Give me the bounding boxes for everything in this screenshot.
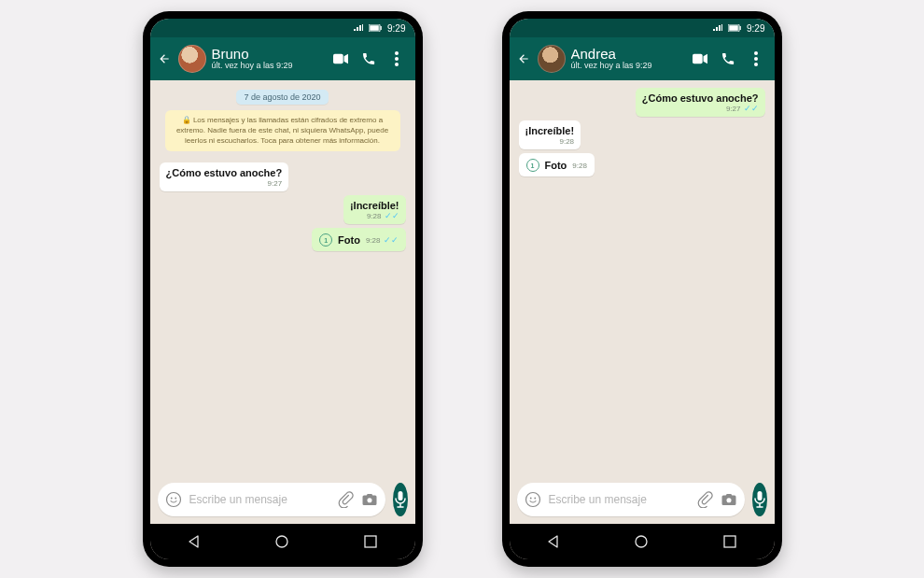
more-icon[interactable] <box>389 51 404 66</box>
nav-back-icon[interactable] <box>175 534 213 549</box>
battery-icon <box>369 24 382 32</box>
chat-body[interactable]: 7 de agosto de 2020 🔒Los mensajes y las … <box>150 80 415 477</box>
nav-recent-icon[interactable] <box>352 535 389 548</box>
voice-call-icon[interactable] <box>361 51 376 66</box>
last-seen: últ. vez hoy a las 9:29 <box>212 62 328 71</box>
video-call-icon[interactable] <box>693 51 707 66</box>
avatar[interactable] <box>538 45 566 73</box>
svg-point-20 <box>754 63 758 66</box>
message-row: ¡Increíble! 9:28✓✓ <box>160 195 406 224</box>
svg-point-24 <box>726 498 731 502</box>
chat-body[interactable]: ¿Cómo estuvo anoche? 9:27✓✓ ¡Increíble! … <box>510 80 775 477</box>
nav-recent-icon[interactable] <box>711 535 749 548</box>
nav-home-icon[interactable] <box>623 534 660 549</box>
svg-point-23 <box>534 498 536 500</box>
nav-home-icon[interactable] <box>263 534 301 549</box>
message-bubble-outgoing[interactable]: ¡Increíble! 9:28✓✓ <box>343 195 406 224</box>
signal-icon <box>354 24 363 32</box>
more-icon[interactable] <box>749 51 763 66</box>
screen: 9:29 Bruno últ. vez hoy a las 9:29 <box>150 19 415 559</box>
emoji-icon[interactable] <box>525 491 541 508</box>
camera-icon[interactable] <box>721 491 737 508</box>
emoji-icon[interactable] <box>165 491 182 508</box>
lock-icon: 🔒 <box>182 116 191 124</box>
battery-icon <box>728 24 741 32</box>
attach-icon[interactable] <box>337 491 354 508</box>
message-bubble-media-incoming[interactable]: 1 Foto 9:28 <box>519 153 595 176</box>
contact-info[interactable]: Bruno últ. vez hoy a las 9:29 <box>212 47 328 71</box>
message-text: ¡Increíble! <box>350 200 399 211</box>
message-time: 9:28 <box>367 212 382 220</box>
phone-left: 9:29 Bruno últ. vez hoy a las 9:29 <box>143 11 423 567</box>
contact-name: Andrea <box>571 47 687 63</box>
back-button[interactable] <box>515 52 532 65</box>
svg-rect-15 <box>729 25 738 31</box>
message-input-box[interactable] <box>517 483 745 516</box>
contact-name: Bruno <box>212 47 328 63</box>
read-ticks-icon: ✓✓ <box>384 236 399 245</box>
message-row: ¡Increíble! 9:28 <box>519 120 765 149</box>
view-once-icon: 1 <box>319 233 332 247</box>
attach-icon[interactable] <box>696 491 713 508</box>
svg-rect-11 <box>398 491 402 500</box>
contact-info[interactable]: Andrea últ. vez hoy a las 9:29 <box>571 47 687 71</box>
svg-point-5 <box>395 57 399 61</box>
last-seen: últ. vez hoy a las 9:29 <box>571 62 687 71</box>
svg-point-18 <box>754 51 758 55</box>
svg-point-22 <box>529 498 531 500</box>
date-chip: 7 de agosto de 2020 <box>236 90 328 105</box>
nav-back-icon[interactable] <box>535 534 572 549</box>
svg-point-6 <box>395 63 399 66</box>
message-time: 9:28 <box>572 162 587 170</box>
message-input-box[interactable] <box>158 483 385 516</box>
back-button[interactable] <box>156 52 173 65</box>
message-input[interactable] <box>549 493 689 506</box>
mic-button[interactable] <box>752 483 767 516</box>
message-bubble-media-outgoing[interactable]: 1 Foto 9:28✓✓ <box>312 228 405 251</box>
message-bubble-incoming[interactable]: ¡Increíble! 9:28 <box>519 120 581 149</box>
message-time: 9:28 <box>366 236 381 245</box>
status-time: 9:29 <box>387 23 405 34</box>
read-ticks-icon: ✓✓ <box>385 212 399 220</box>
message-bubble-incoming[interactable]: ¿Cómo estuvo anoche? 9:27 <box>160 162 289 191</box>
svg-point-7 <box>166 493 180 507</box>
android-navbar <box>150 524 415 559</box>
svg-rect-25 <box>757 491 762 500</box>
message-bubble-outgoing[interactable]: ¿Cómo estuvo anoche? 9:27✓✓ <box>636 88 765 117</box>
message-row: ¿Cómo estuvo anoche? 9:27✓✓ <box>519 88 765 117</box>
encryption-notice[interactable]: 🔒Los mensajes y las llamadas están cifra… <box>165 110 400 151</box>
camera-icon[interactable] <box>361 491 378 508</box>
svg-point-4 <box>395 51 399 55</box>
android-navbar <box>510 524 775 559</box>
message-text: ¿Cómo estuvo anoche? <box>166 167 283 178</box>
message-row: 1 Foto 9:28✓✓ <box>160 228 406 251</box>
message-row: ¿Cómo estuvo anoche? 9:27 <box>160 162 406 191</box>
chat-header: Bruno últ. vez hoy a las 9:29 <box>150 37 415 80</box>
svg-point-10 <box>367 498 371 502</box>
status-bar: 9:29 <box>150 19 415 37</box>
message-text: Foto <box>545 160 567 171</box>
header-actions <box>333 51 410 66</box>
input-bar <box>510 477 775 524</box>
message-text: ¡Increíble! <box>525 125 575 136</box>
voice-call-icon[interactable] <box>721 51 735 66</box>
message-row: 1 Foto 9:28 <box>519 153 765 176</box>
svg-point-9 <box>175 498 176 500</box>
svg-rect-16 <box>740 26 741 30</box>
svg-rect-17 <box>693 54 703 64</box>
svg-rect-3 <box>333 54 343 64</box>
mic-button[interactable] <box>393 483 408 516</box>
avatar[interactable] <box>178 45 206 73</box>
message-text: ¿Cómo estuvo anoche? <box>642 92 759 104</box>
video-call-icon[interactable] <box>333 51 348 66</box>
svg-point-8 <box>170 498 172 500</box>
message-text: Foto <box>338 234 360 246</box>
message-input[interactable] <box>189 493 329 506</box>
svg-rect-27 <box>724 536 735 547</box>
screen: 9:29 Andrea últ. vez hoy a las 9:29 <box>510 19 775 559</box>
message-time: 9:28 <box>560 137 575 146</box>
view-once-icon: 1 <box>526 159 539 172</box>
signal-icon <box>713 24 722 32</box>
svg-rect-13 <box>365 536 376 547</box>
status-bar: 9:29 <box>510 19 775 37</box>
